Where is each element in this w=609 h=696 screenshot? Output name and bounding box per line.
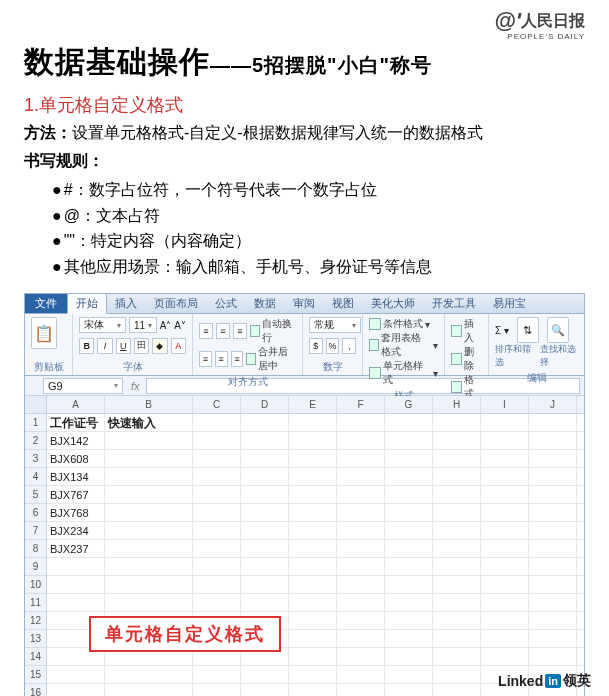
cell[interactable] [577, 468, 584, 486]
cell[interactable]: BJX134 [47, 468, 105, 486]
italic-button[interactable]: I [97, 338, 112, 354]
fill-color-button[interactable]: ◆ [152, 338, 167, 354]
cell[interactable] [47, 666, 105, 684]
cell[interactable] [529, 468, 577, 486]
cell[interactable] [105, 594, 193, 612]
cell[interactable]: 快速输入 [105, 414, 193, 432]
align-left-icon[interactable]: ≡ [199, 351, 212, 367]
delete-button[interactable]: 删除 [451, 345, 482, 373]
cell[interactable] [289, 522, 337, 540]
cell[interactable] [385, 468, 433, 486]
cell[interactable] [385, 414, 433, 432]
cell[interactable] [337, 684, 385, 696]
cell[interactable] [433, 558, 481, 576]
cell[interactable] [481, 612, 529, 630]
cell[interactable] [289, 504, 337, 522]
sort-filter-button[interactable]: ⇅ [517, 317, 539, 343]
cell[interactable] [433, 486, 481, 504]
cell[interactable] [337, 576, 385, 594]
cell[interactable] [481, 630, 529, 648]
cell[interactable] [529, 522, 577, 540]
cell[interactable] [577, 450, 584, 468]
cell[interactable] [47, 558, 105, 576]
align-top-icon[interactable]: ≡ [199, 323, 213, 339]
file-tab[interactable]: 文件 [25, 294, 67, 313]
cell[interactable] [433, 414, 481, 432]
cell[interactable] [105, 684, 193, 696]
cell[interactable] [529, 558, 577, 576]
align-bot-icon[interactable]: ≡ [233, 323, 247, 339]
autosum-icon[interactable]: Σ ▾ [495, 325, 509, 336]
cell[interactable] [433, 468, 481, 486]
cell[interactable] [529, 486, 577, 504]
cell[interactable] [337, 666, 385, 684]
bold-button[interactable]: B [79, 338, 94, 354]
cell[interactable] [529, 594, 577, 612]
ribbon-tab[interactable]: 数据 [246, 294, 285, 313]
cell[interactable] [385, 522, 433, 540]
cell[interactable] [193, 504, 241, 522]
cell[interactable] [105, 468, 193, 486]
cell[interactable] [337, 414, 385, 432]
ribbon-tab[interactable]: 易用宝 [485, 294, 535, 313]
cell[interactable] [105, 666, 193, 684]
cell[interactable] [337, 594, 385, 612]
cell[interactable] [337, 648, 385, 666]
cells-area[interactable]: 工作证号快速输入BJX142BJX608BJX134BJX767BJX768BJ… [47, 414, 584, 696]
cell[interactable] [577, 558, 584, 576]
cell[interactable] [47, 684, 105, 696]
cell[interactable] [433, 612, 481, 630]
row-header[interactable]: 2 [25, 432, 46, 450]
cell[interactable] [385, 630, 433, 648]
cell[interactable] [481, 414, 529, 432]
cell[interactable] [385, 594, 433, 612]
cell[interactable] [577, 612, 584, 630]
cell[interactable]: BJX608 [47, 450, 105, 468]
cell[interactable] [289, 414, 337, 432]
cell[interactable] [337, 486, 385, 504]
cell[interactable] [433, 504, 481, 522]
cell[interactable] [105, 558, 193, 576]
cell[interactable] [433, 540, 481, 558]
row-header[interactable]: 16 [25, 684, 46, 696]
ribbon-tab[interactable]: 页面布局 [146, 294, 207, 313]
cell[interactable] [385, 540, 433, 558]
cell[interactable] [289, 576, 337, 594]
cell[interactable] [529, 576, 577, 594]
cell[interactable] [289, 666, 337, 684]
cell[interactable] [433, 684, 481, 696]
cell[interactable] [337, 450, 385, 468]
cell[interactable] [193, 684, 241, 696]
cell[interactable] [433, 630, 481, 648]
table-format-button[interactable]: 套用表格格式 ▾ [369, 331, 438, 359]
row-header[interactable]: 5 [25, 486, 46, 504]
cell[interactable] [105, 432, 193, 450]
cell[interactable] [481, 504, 529, 522]
name-box[interactable]: G9▾ [43, 378, 123, 394]
row-header[interactable]: 10 [25, 576, 46, 594]
col-header[interactable]: I [481, 396, 529, 414]
cell[interactable] [481, 522, 529, 540]
cell[interactable] [241, 486, 289, 504]
cell-style-button[interactable]: 单元格样式 ▾ [369, 359, 438, 387]
cell[interactable] [529, 540, 577, 558]
cell[interactable] [105, 576, 193, 594]
cell[interactable] [337, 522, 385, 540]
row-header[interactable]: 7 [25, 522, 46, 540]
cell[interactable] [289, 432, 337, 450]
cell[interactable] [577, 630, 584, 648]
cell[interactable] [241, 522, 289, 540]
col-header[interactable]: K [577, 396, 584, 414]
cell[interactable] [481, 540, 529, 558]
cell[interactable] [241, 594, 289, 612]
cell[interactable] [577, 522, 584, 540]
cell[interactable] [529, 612, 577, 630]
spreadsheet-grid[interactable]: 1234567891011121314151617181920212223242… [25, 396, 584, 696]
cond-format-button[interactable]: 条件格式 ▾ [369, 317, 438, 331]
cell[interactable] [193, 594, 241, 612]
ribbon-tab[interactable]: 公式 [207, 294, 246, 313]
cell[interactable] [385, 576, 433, 594]
col-header[interactable]: A [47, 396, 105, 414]
cell[interactable] [385, 486, 433, 504]
cell[interactable]: BJX142 [47, 432, 105, 450]
